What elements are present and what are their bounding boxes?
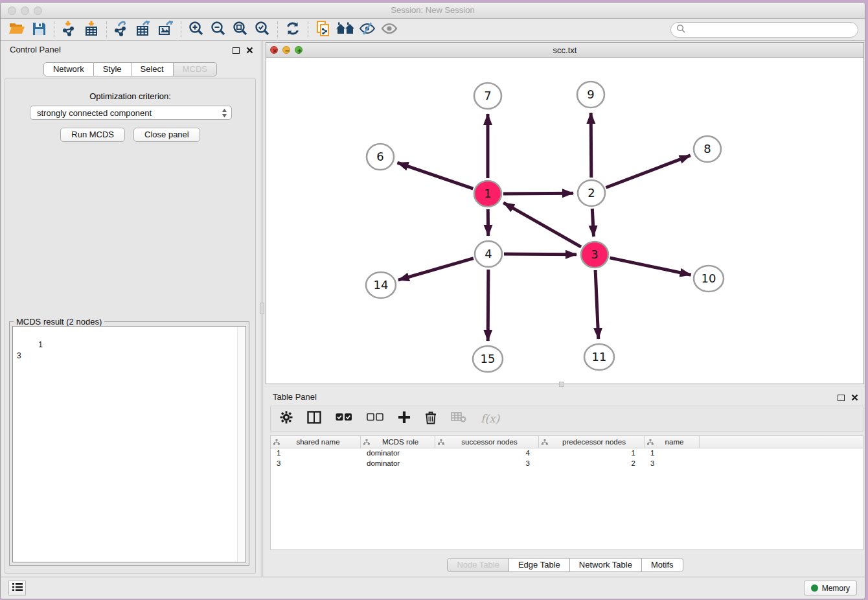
cell-predecessor-nodes[interactable]: 1 (539, 448, 645, 459)
graph-node-6[interactable]: 6 (367, 144, 394, 170)
graph-node-4[interactable]: 4 (475, 241, 502, 267)
toolbar-separator (181, 21, 181, 38)
zoom-fit-button[interactable] (229, 21, 251, 39)
memory-button[interactable]: Memory (804, 581, 857, 595)
float-table-panel-icon[interactable] (838, 395, 845, 401)
tab-edge-table[interactable]: Edge Table (509, 558, 570, 572)
run-mcds-button[interactable]: Run MCDS (60, 128, 125, 142)
table-row[interactable]: 3dominator323 (271, 459, 863, 469)
svg-text:14: 14 (374, 278, 389, 292)
cell-name[interactable]: 1 (645, 448, 700, 459)
tab-mcds[interactable]: MCDS (174, 62, 217, 76)
deselect-all-icon[interactable] (367, 413, 383, 424)
export-table-button[interactable] (133, 21, 155, 39)
column-header-successor-nodes[interactable]: successor nodes (435, 436, 539, 448)
table-header-row: shared nameMCDS rolesuccessor nodesprede… (271, 436, 863, 448)
graph-edge-4-15[interactable] (488, 270, 488, 341)
import-network-button[interactable] (58, 21, 80, 39)
save-session-button[interactable] (28, 21, 50, 39)
graph-node-8[interactable]: 8 (694, 136, 721, 162)
show-panels-button[interactable] (8, 581, 26, 595)
graph-node-10[interactable]: 10 (694, 266, 724, 292)
optimization-criterion-label: Optimization criterion: (5, 91, 255, 101)
tab-select[interactable]: Select (131, 62, 174, 76)
search-input[interactable] (686, 23, 858, 36)
zoom-out-button[interactable] (207, 21, 229, 39)
graph-edge-4-14[interactable] (398, 259, 474, 281)
tab-network-table[interactable]: Network Table (570, 558, 642, 572)
network-graph: 7968124314101511 (266, 58, 863, 384)
graph-edge-1-2[interactable] (503, 193, 573, 194)
tab-motifs[interactable]: Motifs (642, 558, 683, 572)
column-header-predecessor-nodes[interactable]: predecessor nodes (539, 436, 645, 448)
table-settings-gear-icon[interactable] (280, 411, 293, 426)
graph-edge-3-11[interactable] (595, 270, 599, 339)
control-panel-tabs: NetworkStyleSelectMCDS (43, 62, 217, 76)
close-panel-icon[interactable] (246, 45, 253, 56)
graph-edge-4-3[interactable] (504, 254, 577, 255)
tab-node-table[interactable]: Node Table (447, 558, 509, 572)
optimization-criterion-select[interactable]: strongly connected component (30, 106, 232, 120)
graph-node-9[interactable]: 9 (577, 82, 604, 108)
network-canvas[interactable]: 7968124314101511 (266, 58, 863, 384)
apply-layout-button[interactable] (282, 21, 304, 39)
open-session-button[interactable] (6, 21, 28, 39)
float-panel-icon[interactable] (233, 47, 240, 54)
tab-style[interactable]: Style (94, 62, 131, 76)
graph-node-7[interactable]: 7 (474, 83, 501, 109)
hide-panels-button[interactable] (356, 21, 378, 39)
cell-MCDS-role[interactable]: dominator (361, 459, 435, 469)
graph-edge-2-9[interactable] (591, 113, 591, 178)
column-header-name[interactable]: name (645, 436, 700, 448)
graph-edge-2-8[interactable] (606, 156, 690, 188)
graph-edge-2-3[interactable] (592, 209, 593, 237)
control-panel: Control Panel NetworkStyleSelectMCDS Opt… (1, 41, 260, 578)
toolbar-search[interactable] (670, 22, 858, 38)
mcds-panel: Optimization criterion: strongly connect… (5, 78, 256, 574)
horizontal-splitter-handle[interactable] (559, 382, 564, 387)
export-image-button[interactable] (155, 21, 177, 39)
graph-node-14[interactable]: 14 (366, 272, 396, 298)
cell-successor-nodes[interactable]: 4 (435, 448, 539, 459)
copy-network-style-button[interactable] (312, 21, 334, 39)
import-table-button[interactable] (80, 21, 102, 39)
mcds-result-group: MCDS result (2 nodes) 1 3 (9, 321, 249, 566)
import-network-icon (62, 20, 77, 40)
add-column-icon[interactable] (398, 411, 411, 426)
cell-successor-nodes[interactable]: 3 (435, 459, 539, 469)
graph-edge-3-10[interactable] (610, 258, 691, 275)
close-table-panel-icon[interactable] (851, 392, 858, 404)
select-all-icon[interactable] (336, 413, 352, 424)
vertical-splitter[interactable] (260, 41, 264, 578)
graph-edge-1-6[interactable] (398, 163, 474, 189)
cell-MCDS-role[interactable]: dominator (361, 448, 435, 459)
cell-shared-name[interactable]: 1 (271, 448, 361, 459)
graph-node-3[interactable]: 3 (581, 242, 608, 268)
table-row[interactable]: 1dominator411 (271, 448, 863, 459)
delete-column-icon[interactable] (425, 411, 437, 427)
zoom-in-icon (188, 21, 204, 39)
zoom-selected-button[interactable] (251, 21, 273, 39)
zoom-in-button[interactable] (185, 21, 207, 39)
session-home-button[interactable] (334, 21, 356, 39)
svg-text:3: 3 (591, 248, 598, 261)
cell-predecessor-nodes[interactable]: 2 (539, 459, 645, 469)
splitter-handle[interactable] (260, 303, 264, 314)
toggle-column-icon[interactable] (307, 411, 321, 426)
graph-node-11[interactable]: 11 (584, 344, 614, 370)
graph-node-1[interactable]: 1 (474, 181, 501, 207)
column-header-MCDS-role[interactable]: MCDS role (361, 436, 435, 448)
zoom-fit-icon (233, 21, 248, 39)
show-details-button[interactable] (378, 21, 400, 39)
export-network-button[interactable] (111, 21, 133, 39)
column-header-shared-name[interactable]: shared name (271, 436, 361, 448)
close-panel-button[interactable]: Close panel (133, 128, 200, 142)
graph-node-15[interactable]: 15 (473, 346, 503, 372)
result-scrollbar[interactable] (237, 327, 245, 561)
graph-edge-3-1[interactable] (503, 203, 581, 247)
graph-node-2[interactable]: 2 (578, 180, 605, 206)
cell-name[interactable]: 3 (645, 459, 700, 469)
tab-network[interactable]: Network (43, 62, 94, 76)
mcds-result-text[interactable]: 1 3 (12, 326, 246, 562)
cell-shared-name[interactable]: 3 (271, 459, 361, 469)
